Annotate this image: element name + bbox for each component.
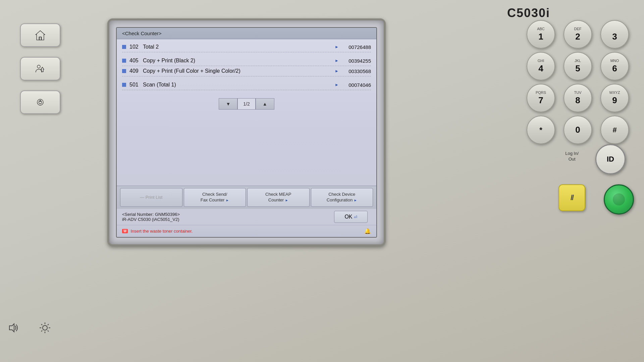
page-prev-button[interactable]: ▼ — [219, 98, 237, 110]
keypad-area: ABC 1 DEF 2 3 GHI 4 JKL 5 MNO 6 — [527, 17, 634, 162]
counter-label: Scan (Total 1) — [143, 82, 335, 88]
user-home-button[interactable] — [20, 57, 60, 80]
key-hash-label: # — [612, 126, 616, 134]
svg-line-15 — [41, 330, 42, 331]
brightness-icon[interactable] — [39, 322, 51, 335]
row-arrow: ► — [335, 45, 339, 49]
ok-button[interactable]: OK ⏎ — [334, 211, 368, 223]
volume-icon[interactable] — [7, 322, 19, 335]
key-6[interactable]: MNO 6 — [600, 52, 629, 80]
counter-value: 00330568 — [341, 68, 371, 74]
start-icon — [612, 193, 626, 206]
table-row: 405 Copy + Print (Black 2) ► 00394255 — [122, 56, 371, 66]
screen: <Check Counter> 102 Total 2 ► 00726488 — [116, 27, 377, 238]
id-label: ID — [607, 155, 614, 164]
counter-id: 501 — [129, 82, 143, 88]
key-star[interactable]: * — [527, 116, 555, 144]
serial-info: <Serial Number: GNM50396> iR-ADV C5030 (… — [122, 212, 180, 222]
row-arrow: ► — [335, 82, 339, 87]
row-bullet — [122, 69, 126, 73]
warning-sound-icon: 🔔 — [364, 228, 371, 234]
key-0[interactable]: 0 — [564, 116, 592, 144]
check-device-config-label: Check DeviceConfiguration — [327, 192, 356, 202]
counter-value: 00726488 — [341, 44, 371, 50]
key-1-sub: ABC — [537, 27, 545, 31]
model-full: iR-ADV C5030 (iAC5051_V2) — [122, 217, 180, 222]
key-5-main: 5 — [575, 63, 580, 74]
key-8[interactable]: TUV 8 — [564, 84, 592, 112]
row-arrow: ► — [335, 58, 339, 63]
device-body: C5030i — [0, 0, 644, 362]
key-2-sub: DEF — [574, 27, 582, 31]
row-bullet — [122, 45, 126, 49]
clear-label: // — [571, 193, 573, 202]
serial-number: <Serial Number: GNM50396> — [122, 212, 180, 217]
row-arrow: ► — [335, 69, 339, 73]
check-meap-button[interactable]: Check MEAPCounter ► — [247, 188, 310, 207]
counter-id: 409 — [129, 68, 143, 74]
bottom-left-icons — [7, 322, 51, 335]
key-4-main: 4 — [538, 63, 543, 74]
screen-header: <Check Counter> — [117, 28, 376, 39]
warning-bar: W Insert the waste toner container. 🔔 — [117, 225, 376, 237]
action-buttons-bar: ― Print List Check Send/Fax Counter ► Ch… — [117, 186, 376, 209]
check-send-fax-button[interactable]: Check Send/Fax Counter ► — [184, 188, 246, 207]
check-send-fax-label: Check Send/Fax Counter — [201, 192, 227, 202]
svg-line-12 — [41, 324, 42, 325]
counter-id: 102 — [129, 44, 143, 50]
user-home-icon — [34, 63, 46, 75]
key-7-sub: PQRS — [536, 90, 546, 95]
login-label: Log In/Out — [565, 151, 579, 162]
key-1-main: 1 — [538, 32, 543, 42]
check-device-config-arrow: ► — [354, 198, 357, 202]
svg-marker-6 — [9, 324, 14, 332]
key-8-main: 8 — [575, 95, 580, 106]
svg-point-7 — [43, 325, 47, 330]
left-buttons — [20, 23, 60, 114]
svg-line-14 — [48, 324, 49, 325]
svg-point-1 — [37, 65, 40, 68]
home-button[interactable] — [20, 23, 60, 47]
table-row: 409 Copy + Print (Full Color + Single Co… — [122, 66, 371, 76]
ok-arrow: ⏎ — [354, 215, 357, 220]
key-3[interactable]: 3 — [600, 20, 629, 49]
clear-button[interactable]: // — [558, 184, 585, 211]
screen-title: <Check Counter> — [122, 31, 162, 36]
key-9[interactable]: WXYZ 9 — [600, 84, 629, 112]
key-6-sub: MNO — [610, 59, 619, 63]
print-list-button[interactable]: ― Print List — [120, 188, 182, 207]
counter-value: 00074046 — [341, 82, 371, 88]
key-5[interactable]: JKL 5 — [564, 52, 592, 80]
page-indicator: 1/2 — [237, 98, 255, 110]
screen-container: <Check Counter> 102 Total 2 ► 00726488 — [107, 18, 386, 246]
key-4[interactable]: GHI 4 — [527, 52, 555, 80]
key-7[interactable]: PQRS 7 — [527, 84, 555, 112]
key-hash[interactable]: # — [600, 116, 629, 144]
ok-label: OK — [344, 214, 352, 220]
counter-label: Copy + Print (Black 2) — [143, 58, 335, 64]
print-list-label: ― Print List — [140, 195, 162, 200]
key-8-sub: TUV — [574, 90, 582, 95]
key-9-sub: WXYZ — [609, 90, 620, 95]
key-1[interactable]: ABC 1 — [527, 20, 555, 49]
id-button[interactable]: ID — [595, 144, 626, 174]
scan-button[interactable] — [20, 90, 60, 114]
keypad-grid: ABC 1 DEF 2 3 GHI 4 JKL 5 MNO 6 — [527, 20, 634, 144]
warning-icon: W — [122, 229, 128, 233]
start-button[interactable] — [604, 184, 634, 215]
key-star-label: * — [539, 126, 542, 134]
key-9-main: 9 — [612, 95, 617, 106]
svg-point-5 — [613, 193, 625, 205]
home-icon — [34, 29, 46, 41]
counter-value: 00394255 — [341, 58, 371, 64]
key-4-sub: GHI — [538, 59, 544, 63]
key-5-sub: JKL — [575, 59, 581, 63]
page-next-button[interactable]: ▲ — [256, 98, 274, 110]
check-send-fax-arrow: ► — [226, 198, 229, 202]
check-device-config-button[interactable]: Check DeviceConfiguration ► — [311, 188, 373, 207]
counter-id: 405 — [129, 58, 143, 64]
scan-icon — [34, 96, 46, 108]
counter-rows-area: 102 Total 2 ► 00726488 405 Copy + Print … — [117, 39, 376, 186]
warning-message: Insert the waste toner container. — [130, 229, 193, 234]
key-2[interactable]: DEF 2 — [564, 20, 592, 49]
